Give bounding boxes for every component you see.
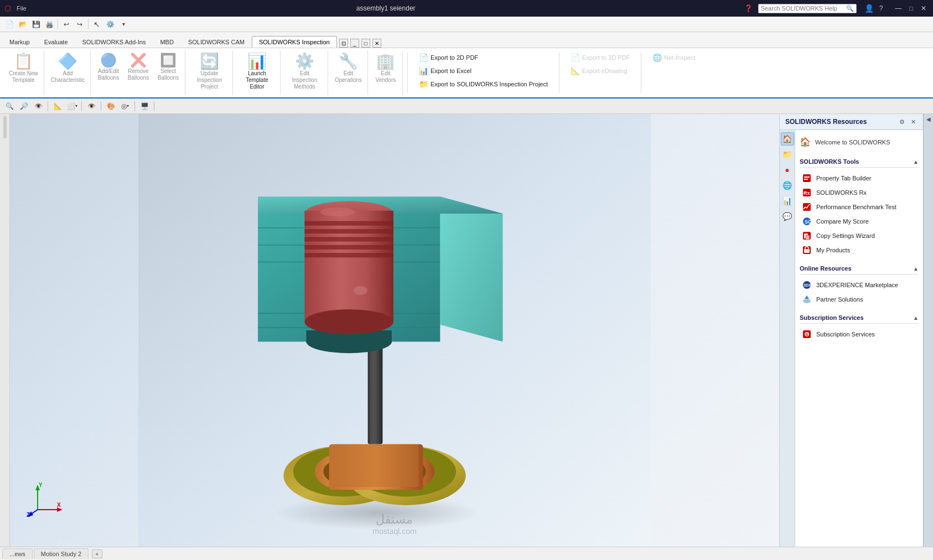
qa-options-button[interactable]: ⚙️ [104, 18, 116, 30]
minimize-button[interactable]: — [893, 4, 904, 12]
main-area: Y X Z مستقل mostaql.com SOLIDWORKS Resou… [0, 114, 933, 547]
panel-settings-btn[interactable]: ⚙ [898, 117, 906, 126]
qa-open-button[interactable]: 📂 [17, 18, 29, 30]
panel-icon-chat[interactable]: 💬 [781, 210, 794, 223]
search-input[interactable] [761, 5, 844, 12]
apply-scene-button[interactable]: ◎ ▾ [119, 100, 131, 112]
my-products-item[interactable]: My Products [800, 243, 919, 257]
edit-operations-button[interactable]: 🔧 EditOperations [331, 51, 365, 86]
qa-save-button[interactable]: 💾 [30, 18, 42, 30]
help-icon[interactable]: ❓ [742, 4, 755, 12]
tab-inspection[interactable]: SOLIDWORKS Inspection [252, 36, 337, 48]
watermark-url: mostaql.com [372, 527, 416, 536]
section-view-button[interactable]: 📐 [51, 100, 64, 112]
qa-more-button[interactable]: ▾ [117, 18, 129, 30]
view-orientation-button[interactable]: 👁️ [32, 100, 44, 112]
select-balloons-button[interactable]: 🔲 SelectBalloons [154, 51, 183, 94]
partner-solutions-item[interactable]: Partner Solutions [800, 292, 919, 307]
file-menu[interactable]: File [13, 5, 30, 12]
bottom-tab-motion[interactable]: Motion Study 2 [34, 548, 89, 559]
minimize-panel-btn[interactable]: _ [350, 39, 359, 48]
panel-icon-home[interactable]: 🏠 [781, 132, 794, 146]
export-3d-icon: 📄 [571, 53, 580, 62]
remove-balloons-button[interactable]: ❌ RemoveBalloons [124, 51, 153, 94]
qa-undo-button[interactable]: ↩ [60, 18, 72, 30]
copy-settings-wizard-item[interactable]: Copy Settings Wizard [800, 229, 919, 243]
close-button[interactable]: ✕ [919, 4, 929, 12]
qa-cursor-button[interactable]: ↖ [91, 18, 103, 30]
zoom-out-button[interactable]: 🔎 [18, 100, 30, 112]
ribbon-group-add-characteristic: 🔷 AddCharacteristic [45, 50, 91, 95]
compare-my-score-item[interactable]: SC Compare My Score [800, 214, 919, 229]
add-edit-balloons-button[interactable]: 🔵 Add/EditBalloons [94, 51, 123, 94]
bottom-tab-views[interactable]: ...ews [2, 548, 33, 559]
tab-markup[interactable]: Markup [2, 36, 37, 48]
hide-show-button[interactable]: 👁️ [85, 100, 97, 112]
edit-inspection-methods-button[interactable]: ⚙️ Edit InspectionMethods [284, 51, 325, 92]
sw-rx-label: SOLIDWORKS Rx [816, 189, 867, 196]
svg-point-29 [304, 309, 393, 334]
panel-icon-red[interactable]: ● [781, 163, 794, 177]
vendors-label: EditVendors [376, 70, 396, 84]
panel-icon-folder[interactable]: 📁 [781, 148, 794, 161]
solidworks-rx-item[interactable]: Rx SOLIDWORKS Rx [800, 185, 919, 200]
add-characteristic-button[interactable]: 🔷 AddCharacteristic [48, 51, 88, 86]
export-2d-icon: 📄 [419, 53, 428, 62]
subscription-section-title: Subscription Services [800, 314, 864, 321]
expand-panel-btn[interactable]: □ [361, 39, 370, 48]
create-new-template-button[interactable]: 📋 Create NewTemplate [6, 51, 42, 86]
edit-vendors-button[interactable]: 🏢 EditVendors [371, 51, 400, 86]
subscription-section-header[interactable]: Subscription Services ▲ [800, 312, 919, 324]
qa-new-button[interactable]: 📄 [3, 18, 15, 30]
panel-close-btn[interactable]: ✕ [909, 117, 918, 126]
collapse-sidebar-handle[interactable]: ◀ [923, 114, 933, 547]
update-inspection-project-button[interactable]: 🔄 Update InspectionProject [189, 51, 230, 92]
question-icon[interactable]: ? [879, 4, 883, 12]
solidworks-tools-section: SOLIDWORKS Tools ▲ Property Tab Builder … [800, 156, 919, 257]
online-section-header[interactable]: Online Resources ▲ [800, 263, 919, 274]
user-icon[interactable]: 👤 [864, 4, 874, 13]
panel-icon-globe[interactable]: 🌐 [781, 179, 794, 192]
performance-benchmark-item[interactable]: Performance Benchmark Test [800, 200, 919, 214]
subscription-services-item[interactable]: S Subscription Services [800, 327, 919, 341]
display-manager-button[interactable]: 🖥️ [138, 100, 151, 112]
display-style-button[interactable]: ⬜ ▾ [66, 100, 78, 112]
property-tab-builder-item[interactable]: Property Tab Builder [800, 171, 919, 185]
3dexperience-item[interactable]: 3DX 3DEXPERIENCE Marketplace [800, 278, 919, 292]
close-panel-btn[interactable]: ✕ [372, 39, 381, 48]
launch-template-editor-button[interactable]: 📊 LaunchTemplate Editor [236, 51, 278, 92]
viewport[interactable]: Y X Z مستقل mostaql.com [10, 114, 779, 547]
maximize-button[interactable]: □ [907, 5, 915, 12]
svg-rect-30 [304, 221, 393, 225]
display-style-dropdown[interactable]: ▾ [75, 103, 77, 108]
export-sw-project-button[interactable]: 📁 Export to SOLIDWORKS Inspection Projec… [416, 78, 551, 90]
search-icon[interactable]: 🔍 [846, 5, 854, 12]
axis-svg: Y X Z [27, 479, 65, 518]
bottom-tab-views-label: ...ews [9, 551, 25, 557]
restore-view-btn[interactable]: ⊡ [339, 39, 348, 48]
edit-appearance-button[interactable]: 🎨 [105, 100, 117, 112]
tools-section-header[interactable]: SOLIDWORKS Tools ▲ [800, 156, 919, 168]
welcome-to-solidworks-item[interactable]: 🏠 Welcome to SOLIDWORKS [800, 134, 919, 149]
export-2d-pdf-button[interactable]: 📄 Export to 2D PDF [416, 51, 551, 64]
export-excel-button[interactable]: 📊 Export to Excel [416, 65, 551, 77]
export-edrawing-button[interactable]: 📐 Export eDrawing [567, 65, 633, 77]
add-motion-study-btn[interactable]: + [92, 549, 102, 558]
inspection-methods-label: Edit InspectionMethods [287, 70, 322, 90]
tab-addins[interactable]: SOLIDWORKS Add-Ins [75, 36, 153, 48]
svg-rect-56 [806, 235, 810, 240]
tab-evaluate[interactable]: Evaluate [37, 36, 75, 48]
tab-cam[interactable]: SOLIDWORKS CAM [181, 36, 252, 48]
balloon-buttons: 🔵 Add/EditBalloons ❌ RemoveBalloons 🔲 Se… [94, 51, 183, 94]
qa-redo-button[interactable]: ↪ [74, 18, 86, 30]
apply-scene-dropdown[interactable]: ▾ [127, 103, 129, 108]
tab-mbd[interactable]: MBD [153, 36, 180, 48]
export-3d-pdf-button[interactable]: 📄 Export to 3D PDF [567, 51, 633, 64]
qa-print-button[interactable]: 🖨️ [43, 18, 55, 30]
panel-resize-handle[interactable] [3, 116, 7, 138]
search-bar[interactable]: 🔍 [758, 4, 857, 13]
panel-icon-chart[interactable]: 📊 [781, 194, 794, 208]
net-inspect-button[interactable]: 🌐 Net-Inspect [649, 51, 698, 64]
welcome-home-icon: 🏠 [800, 137, 811, 147]
zoom-in-button[interactable]: 🔍 [3, 100, 15, 112]
